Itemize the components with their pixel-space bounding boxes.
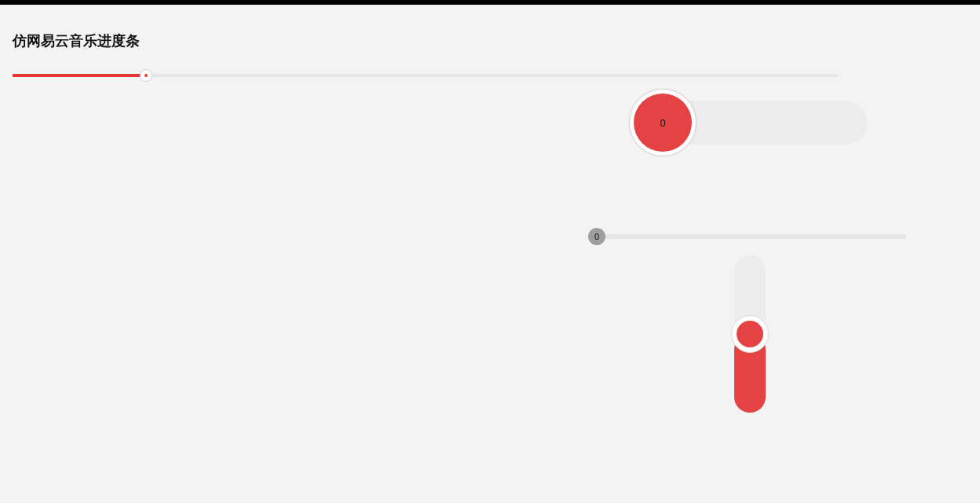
music-progress-slider[interactable] [13, 74, 837, 77]
page-content: 仿网易云音乐进度条 [0, 5, 980, 88]
page-title: 仿网易云音乐进度条 [13, 31, 969, 50]
vertical-slider-handle[interactable] [731, 315, 769, 353]
vertical-slider[interactable] [734, 255, 766, 413]
pill-slider[interactable]: 0 [631, 101, 867, 145]
pill-slider-handle[interactable]: 0 [629, 89, 697, 156]
music-progress-fill [13, 74, 146, 77]
pill-slider-value: 0 [634, 94, 692, 152]
mini-slider-handle[interactable]: 0 [588, 228, 605, 245]
music-progress-handle[interactable] [140, 69, 152, 82]
mini-slider[interactable]: 0 [592, 234, 906, 239]
